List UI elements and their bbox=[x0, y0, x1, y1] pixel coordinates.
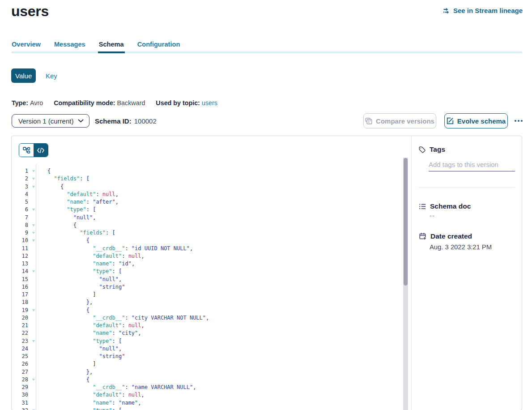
line-number: 25 bbox=[12, 353, 28, 360]
line-number: 8 bbox=[12, 222, 28, 229]
fold-toggle-icon[interactable] bbox=[32, 224, 35, 226]
stream-lineage-label: See in Stream lineage bbox=[453, 7, 523, 14]
key-tab-button[interactable]: Key bbox=[46, 68, 57, 83]
evolve-schema-label: Evolve schema bbox=[457, 117, 506, 125]
tab-overview[interactable]: Overview bbox=[12, 41, 41, 51]
schema-meta-row: Type: AvroCompatibility mode: BackwardUs… bbox=[12, 99, 228, 107]
fold-toggle-icon[interactable] bbox=[32, 209, 35, 211]
code-line: 27 }, bbox=[12, 368, 411, 376]
code-line: 13 "name": "id", bbox=[12, 260, 411, 268]
code-text: "__crdb__": "name VARCHAR NULL", bbox=[47, 384, 196, 391]
code-line: 5 "name": "after", bbox=[12, 198, 411, 206]
version-select[interactable]: Version 1 (current) bbox=[12, 114, 89, 128]
code-line: 2 "fields": [ bbox=[12, 175, 411, 183]
code-line: 23 "type": [ bbox=[12, 337, 411, 345]
schema-id-label: Schema ID: bbox=[95, 117, 132, 125]
compare-versions-label: Compare versions bbox=[376, 117, 434, 125]
code-text: "name": "id", bbox=[47, 260, 135, 268]
tab-schema[interactable]: Schema bbox=[99, 41, 124, 51]
code-line: 14 "type": [ bbox=[12, 268, 411, 275]
line-number: 10 bbox=[12, 237, 28, 244]
meta-item: Used by topic: users bbox=[156, 99, 217, 107]
line-number: 23 bbox=[12, 337, 28, 345]
page-title: users bbox=[11, 3, 49, 20]
line-number: 30 bbox=[12, 391, 28, 399]
code-line: 8 { bbox=[12, 222, 411, 229]
code-text: "string" bbox=[47, 283, 125, 291]
fold-toggle-icon[interactable] bbox=[32, 379, 35, 381]
code-text: "default": null, bbox=[47, 191, 119, 198]
evolve-schema-button[interactable]: Evolve schema bbox=[444, 113, 508, 128]
code-line: 9 "fields": [ bbox=[12, 229, 411, 237]
schema-id-value: 100002 bbox=[134, 117, 157, 125]
code-line: 16 "string" bbox=[12, 283, 411, 291]
line-number: 11 bbox=[12, 245, 28, 252]
fold-toggle-icon[interactable] bbox=[32, 186, 35, 188]
editor-scrollbar[interactable] bbox=[403, 158, 408, 410]
code-text: "null", bbox=[47, 214, 96, 222]
line-number: 13 bbox=[12, 260, 28, 268]
line-number: 14 bbox=[12, 268, 28, 275]
code-line: 32 "type": [ bbox=[12, 407, 411, 410]
code-text: "type": [ bbox=[47, 407, 122, 410]
code-line: 3 { bbox=[12, 183, 411, 191]
line-number: 26 bbox=[12, 360, 28, 368]
line-number: 28 bbox=[12, 376, 28, 384]
code-line: 10 { bbox=[12, 237, 411, 244]
tab-configuration[interactable]: Configuration bbox=[137, 41, 180, 51]
code-lines: 1{2 "fields": [3 {4 "default": null,5 "n… bbox=[12, 167, 411, 410]
code-text: "name": "city", bbox=[47, 329, 141, 337]
code-text: "string" bbox=[47, 353, 125, 360]
meta-label: Compatibility mode: bbox=[54, 99, 117, 107]
code-text: "null", bbox=[47, 345, 122, 353]
fold-toggle-icon[interactable] bbox=[32, 170, 35, 172]
code-text: "__crdb__": "city VARCHAR NOT NULL", bbox=[47, 314, 209, 322]
code-view-button[interactable] bbox=[34, 144, 48, 157]
line-number: 7 bbox=[12, 214, 28, 222]
value-tab-button[interactable]: Value bbox=[11, 68, 36, 83]
compare-versions-button[interactable]: Compare versions bbox=[363, 113, 436, 128]
code-text: "type": [ bbox=[47, 268, 122, 275]
fold-toggle-icon[interactable] bbox=[32, 270, 35, 273]
code-text: "name": "after", bbox=[47, 198, 119, 206]
tree-view-button[interactable] bbox=[19, 144, 34, 157]
code-line: 1{ bbox=[12, 167, 411, 175]
topic-link[interactable]: users bbox=[202, 99, 217, 107]
code-text: ] bbox=[47, 291, 96, 299]
line-number: 9 bbox=[12, 229, 28, 237]
schema-code-editor[interactable]: 1{2 "fields": [3 {4 "default": null,5 "n… bbox=[12, 158, 411, 410]
code-text: }, bbox=[47, 299, 93, 306]
schema-id: Schema ID: 100002 bbox=[95, 114, 157, 128]
code-line: 24 "null", bbox=[12, 345, 411, 353]
code-text: "name": "name", bbox=[47, 399, 141, 407]
line-number: 3 bbox=[12, 183, 28, 191]
version-select-value: Version 1 (current) bbox=[18, 117, 73, 125]
code-line: 17 ] bbox=[12, 291, 411, 299]
tags-input[interactable] bbox=[429, 158, 515, 171]
code-line: 4 "default": null, bbox=[12, 191, 411, 198]
code-text: { bbox=[47, 307, 89, 314]
date-created-section-header: Date created bbox=[419, 232, 472, 240]
date-created-value: Aug. 3 2022 3:21 PM bbox=[430, 243, 492, 251]
fold-toggle-icon[interactable] bbox=[32, 340, 35, 342]
code-text: { bbox=[47, 237, 89, 244]
stream-lineage-link[interactable]: See in Stream lineage bbox=[443, 7, 523, 14]
fold-toggle-icon[interactable] bbox=[32, 239, 35, 242]
code-text: ] bbox=[47, 360, 96, 368]
meta-item: Compatibility mode: Backward bbox=[54, 99, 145, 107]
code-line: 22 "name": "city", bbox=[12, 329, 411, 337]
line-number: 6 bbox=[12, 206, 28, 214]
line-number: 20 bbox=[12, 314, 28, 322]
code-line: 30 "default": null, bbox=[12, 391, 411, 399]
code-text: { bbox=[47, 376, 89, 384]
meta-label: Type: bbox=[12, 99, 30, 107]
fold-toggle-icon[interactable] bbox=[32, 178, 35, 180]
fold-toggle-icon[interactable] bbox=[32, 309, 35, 312]
line-number: 2 bbox=[12, 175, 28, 183]
editor-scrollbar-thumb[interactable] bbox=[404, 158, 408, 286]
fold-toggle-icon[interactable] bbox=[32, 232, 35, 234]
line-number: 22 bbox=[12, 329, 28, 337]
more-options-button[interactable] bbox=[513, 113, 524, 128]
tab-messages[interactable]: Messages bbox=[54, 41, 85, 51]
schema-doc-title: Schema doc bbox=[430, 202, 471, 210]
